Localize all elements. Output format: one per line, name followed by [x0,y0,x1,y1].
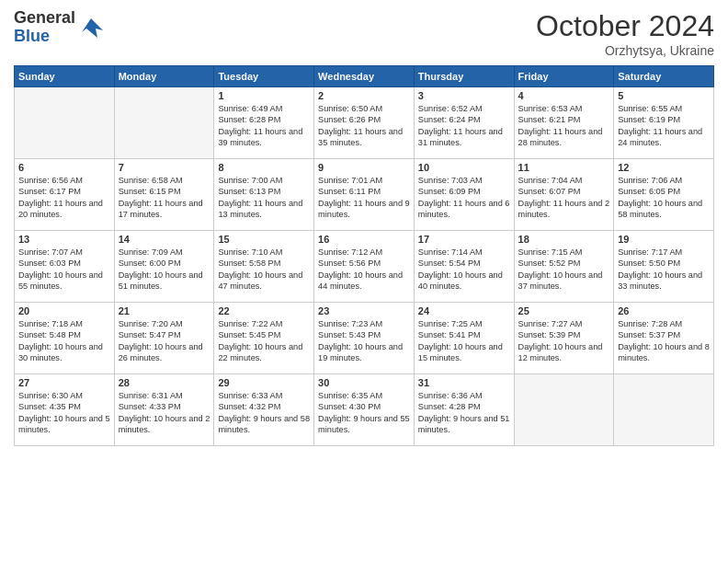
daylight-text: Daylight: 10 hours and 33 minutes. [618,270,702,291]
daylight-text: Daylight: 10 hours and 15 minutes. [418,342,503,362]
calendar-cell: 11Sunrise: 7:04 AMSunset: 6:07 PMDayligh… [514,159,614,231]
logo-bird-icon [77,14,105,41]
day-number: 8 [218,162,310,173]
day-number: 10 [418,162,510,173]
sunset-text: Sunset: 6:21 PM [518,115,581,124]
calendar-cell: 16Sunrise: 7:12 AMSunset: 5:56 PMDayligh… [314,231,415,303]
cell-content: Sunrise: 7:14 AMSunset: 5:54 PMDaylight:… [418,247,510,293]
col-friday: Friday [514,66,614,87]
sunrise-text: Sunrise: 7:27 AM [518,319,583,328]
calendar-cell: 6Sunrise: 6:56 AMSunset: 6:17 PMDaylight… [15,159,115,231]
sunrise-text: Sunrise: 7:20 AM [119,319,183,328]
sunrise-text: Sunrise: 6:36 AM [418,391,483,400]
cell-content: Sunrise: 7:07 AMSunset: 6:03 PMDaylight:… [18,247,110,293]
logo-general: General [14,9,75,28]
day-number: 5 [618,90,710,101]
calendar-cell: 24Sunrise: 7:25 AMSunset: 5:41 PMDayligh… [414,303,514,374]
sunset-text: Sunset: 6:19 PM [618,115,680,124]
cell-content: Sunrise: 7:15 AMSunset: 5:52 PMDaylight:… [518,247,610,293]
calendar-cell: 13Sunrise: 7:07 AMSunset: 6:03 PMDayligh… [15,231,115,303]
daylight-text: Daylight: 11 hours and 17 minutes. [119,199,203,219]
cell-content: Sunrise: 7:03 AMSunset: 6:09 PMDaylight:… [418,175,510,221]
daylight-text: Daylight: 11 hours and 13 minutes. [218,199,302,219]
sunrise-text: Sunrise: 7:23 AM [318,319,382,328]
sunset-text: Sunset: 6:03 PM [18,259,81,268]
cell-content: Sunrise: 6:31 AMSunset: 4:33 PMDaylight:… [119,390,210,436]
sunrise-text: Sunrise: 6:30 AM [18,391,83,400]
calendar-cell: 1Sunrise: 6:49 AMSunset: 6:28 PMDaylight… [214,87,314,159]
calendar-cell: 27Sunrise: 6:30 AMSunset: 4:35 PMDayligh… [15,374,115,446]
sunset-text: Sunset: 6:24 PM [418,115,481,124]
daylight-text: Daylight: 10 hours and 8 minutes. [618,342,710,362]
daylight-text: Daylight: 10 hours and 5 minutes. [18,414,110,434]
col-thursday: Thursday [414,66,514,87]
header-row: Sunday Monday Tuesday Wednesday Thursday… [15,66,714,87]
sunrise-text: Sunrise: 7:14 AM [418,247,483,257]
calendar-cell: 30Sunrise: 6:35 AMSunset: 4:30 PMDayligh… [314,374,415,446]
day-number: 9 [318,162,410,173]
day-number: 21 [119,305,210,316]
sunrise-text: Sunrise: 7:22 AM [218,319,282,328]
sunrise-text: Sunrise: 7:12 AM [318,247,382,257]
daylight-text: Daylight: 10 hours and 30 minutes. [18,342,103,362]
daylight-text: Daylight: 10 hours and 22 minutes. [218,342,302,362]
svg-marker-0 [82,18,103,38]
calendar-week-row-4: 20Sunrise: 7:18 AMSunset: 5:48 PMDayligh… [15,303,714,374]
day-number: 2 [318,90,410,101]
sunset-text: Sunset: 6:26 PM [318,115,381,124]
daylight-text: Daylight: 10 hours and 51 minutes. [119,270,203,291]
logo-text: General Blue [14,9,75,46]
day-number: 27 [18,377,110,388]
calendar-cell: 10Sunrise: 7:03 AMSunset: 6:09 PMDayligh… [414,159,514,231]
sunrise-text: Sunrise: 6:53 AM [518,104,583,113]
sunrise-text: Sunrise: 7:04 AM [518,176,583,185]
calendar-cell [114,87,214,159]
cell-content: Sunrise: 6:49 AMSunset: 6:28 PMDaylight:… [218,103,310,149]
day-number: 25 [518,305,610,316]
day-number: 22 [218,305,310,316]
sunrise-text: Sunrise: 6:31 AM [119,391,183,400]
day-number: 6 [18,162,110,173]
cell-content: Sunrise: 7:18 AMSunset: 5:48 PMDaylight:… [18,318,110,364]
cell-content: Sunrise: 6:56 AMSunset: 6:17 PMDaylight:… [18,175,110,221]
header: General Blue October 2024 Orzhytsya, Ukr… [14,9,714,58]
calendar-cell: 22Sunrise: 7:22 AMSunset: 5:45 PMDayligh… [214,303,314,374]
sunrise-text: Sunrise: 7:28 AM [618,319,682,328]
calendar-cell: 7Sunrise: 6:58 AMSunset: 6:15 PMDaylight… [114,159,214,231]
daylight-text: Daylight: 11 hours and 6 minutes. [418,199,510,219]
calendar-cell: 8Sunrise: 7:00 AMSunset: 6:13 PMDaylight… [214,159,314,231]
calendar-week-row-2: 6Sunrise: 6:56 AMSunset: 6:17 PMDaylight… [15,159,714,231]
daylight-text: Daylight: 11 hours and 28 minutes. [518,127,603,147]
calendar-cell [15,87,115,159]
sunset-text: Sunset: 5:54 PM [418,259,481,268]
col-wednesday: Wednesday [314,66,415,87]
day-number: 4 [518,90,610,101]
sunset-text: Sunset: 6:15 PM [119,187,181,196]
calendar-table: Sunday Monday Tuesday Wednesday Thursday… [14,65,714,446]
day-number: 24 [418,305,510,316]
day-number: 23 [318,305,410,316]
sunrise-text: Sunrise: 7:15 AM [518,247,583,257]
calendar-week-row-5: 27Sunrise: 6:30 AMSunset: 4:35 PMDayligh… [15,374,714,446]
daylight-text: Daylight: 10 hours and 58 minutes. [618,199,702,219]
cell-content: Sunrise: 7:28 AMSunset: 5:37 PMDaylight:… [618,318,710,364]
sunset-text: Sunset: 5:52 PM [518,259,581,268]
sunset-text: Sunset: 6:28 PM [218,115,280,124]
daylight-text: Daylight: 10 hours and 40 minutes. [418,270,503,291]
calendar-header: Sunday Monday Tuesday Wednesday Thursday… [15,66,714,87]
calendar-cell: 18Sunrise: 7:15 AMSunset: 5:52 PMDayligh… [514,231,614,303]
sunset-text: Sunset: 5:47 PM [119,330,181,339]
cell-content: Sunrise: 7:06 AMSunset: 6:05 PMDaylight:… [618,175,710,221]
sunset-text: Sunset: 5:48 PM [18,330,81,339]
daylight-text: Daylight: 11 hours and 31 minutes. [418,127,503,147]
sunset-text: Sunset: 6:09 PM [418,187,481,196]
daylight-text: Daylight: 10 hours and 26 minutes. [119,342,203,362]
daylight-text: Daylight: 11 hours and 20 minutes. [18,199,103,219]
cell-content: Sunrise: 6:35 AMSunset: 4:30 PMDaylight:… [318,390,410,436]
sunrise-text: Sunrise: 6:55 AM [618,104,682,113]
calendar-week-row-3: 13Sunrise: 7:07 AMSunset: 6:03 PMDayligh… [15,231,714,303]
sunset-text: Sunset: 4:28 PM [418,402,481,411]
calendar-cell: 17Sunrise: 7:14 AMSunset: 5:54 PMDayligh… [414,231,514,303]
sunset-text: Sunset: 6:05 PM [618,187,680,196]
day-number: 12 [618,162,710,173]
